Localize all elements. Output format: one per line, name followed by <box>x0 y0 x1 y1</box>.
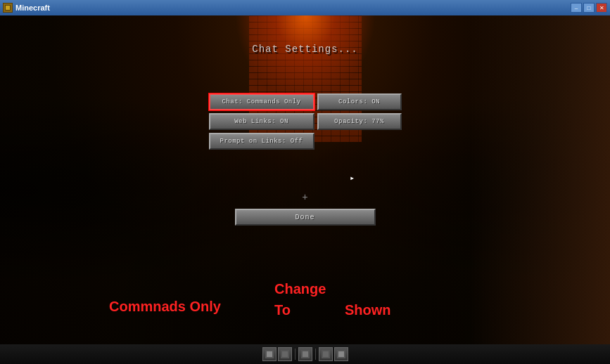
settings-buttons-grid: Chat: Commands Only Colors: ON Web Links… <box>209 93 402 150</box>
opacity-button[interactable]: Opacity: 77% <box>317 113 402 130</box>
svg-rect-4 <box>267 351 272 357</box>
taskbar-item-5 <box>334 347 348 361</box>
svg-rect-2 <box>6 6 10 10</box>
annotation-commands-only: Commnads Only <box>109 299 221 315</box>
colors-button[interactable]: Colors: ON <box>317 93 402 110</box>
taskbar-separator-1 <box>295 349 296 360</box>
annotation-change: Change <box>274 281 326 297</box>
window: Minecraft – □ ✕ Chat Settings... Chat: C… <box>0 0 610 364</box>
chat-commands-only-button[interactable]: Chat: Commands Only <box>209 93 314 110</box>
taskbar-item-2 <box>278 347 292 361</box>
restore-button[interactable]: □ <box>583 3 595 13</box>
taskbar <box>0 344 610 364</box>
plus-sign: + <box>302 192 307 203</box>
annotation-shown: Shown <box>345 302 391 318</box>
annotation-to: To <box>274 302 291 318</box>
prompt-on-links-button[interactable]: Prompt on Links: Off <box>209 133 314 150</box>
chat-settings-ui: Chat Settings... Chat: Commands Only Col… <box>0 15 610 364</box>
window-icon <box>3 3 13 13</box>
title-bar: Minecraft – □ ✕ <box>0 0 610 15</box>
svg-rect-12 <box>338 351 344 357</box>
taskbar-separator-2 <box>315 349 316 360</box>
taskbar-item-4 <box>319 347 333 361</box>
minimize-button[interactable]: – <box>571 3 582 13</box>
title-buttons: – □ ✕ <box>571 3 607 13</box>
title-left: Minecraft <box>3 3 50 13</box>
svg-rect-6 <box>282 351 288 357</box>
title-text: Minecraft <box>15 4 50 12</box>
close-button[interactable]: ✕ <box>596 3 607 13</box>
svg-rect-8 <box>303 351 308 357</box>
chat-settings-title: Chat Settings... <box>252 44 357 55</box>
game-area: Chat Settings... Chat: Commands Only Col… <box>0 15 610 364</box>
done-button[interactable]: Done <box>235 209 376 226</box>
taskbar-item-3 <box>298 347 312 361</box>
svg-rect-10 <box>323 351 329 357</box>
done-section: + Done <box>235 192 376 226</box>
taskbar-item-1 <box>262 347 277 361</box>
web-links-button[interactable]: Web Links: ON <box>209 113 314 130</box>
